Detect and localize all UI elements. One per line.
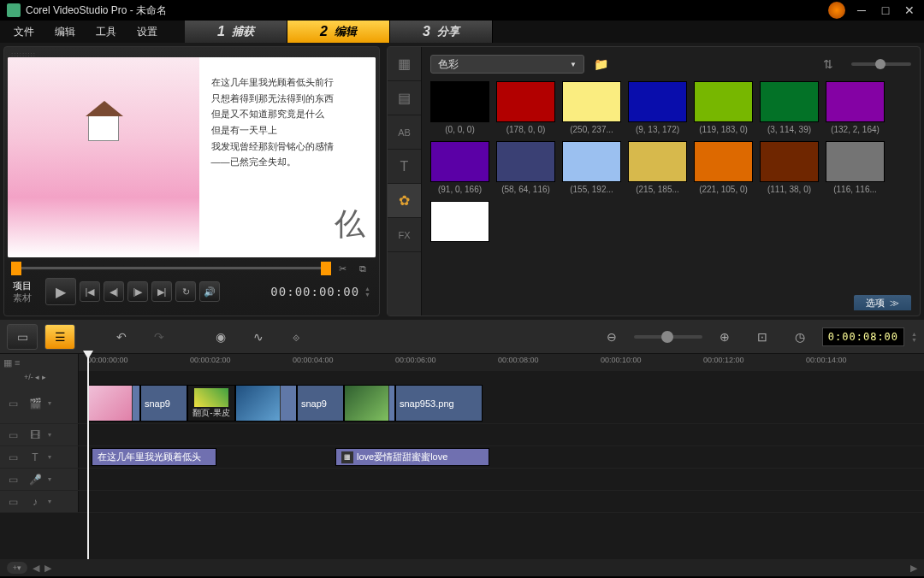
chevron-down-icon[interactable]: ▾ <box>48 498 51 505</box>
audio-mixer-button[interactable]: ∿ <box>243 324 274 350</box>
tc-spinner[interactable]: ▲▼ <box>911 331 917 343</box>
menu-tools[interactable]: 工具 <box>86 21 127 43</box>
zoom-out-button[interactable]: ⊖ <box>596 324 627 350</box>
scrub-slider[interactable] <box>13 267 329 270</box>
video-clip[interactable]: snap9 <box>297 385 344 422</box>
drag-handle-icon[interactable]: ::::::::: <box>8 50 376 57</box>
color-swatch[interactable] <box>430 201 489 245</box>
chevron-down-icon[interactable]: ▾ <box>48 399 51 407</box>
sort-icon[interactable]: ⇅ <box>819 55 838 74</box>
overlay-track[interactable] <box>79 424 924 445</box>
scroll-right-end-icon[interactable]: ▶ <box>910 563 917 574</box>
fit-project-button[interactable]: ⊡ <box>747 324 778 350</box>
auto-music-button[interactable]: ⟐ <box>281 324 311 350</box>
color-swatch[interactable]: (111, 38, 0) <box>760 141 819 194</box>
video-clip[interactable]: snap9 <box>140 385 187 422</box>
record-button[interactable]: ◉ <box>205 324 236 350</box>
preview-video[interactable]: 在这几年里我光顾着低头前行 只想着得到那无法得到的东西 但是又不知道那究竟是什么… <box>8 57 376 257</box>
music-track-head[interactable]: ▭ ♪ ▾ <box>0 491 79 512</box>
view-icon[interactable]: ▦ <box>3 357 12 369</box>
project-duration-icon[interactable]: ◷ <box>785 324 815 350</box>
category-dropdown[interactable]: 色彩 ▼ <box>430 55 584 74</box>
color-swatch[interactable]: (91, 0, 166) <box>430 141 489 194</box>
corel-logo-icon[interactable] <box>828 2 845 19</box>
zoom-slider[interactable] <box>634 335 702 339</box>
cut-icon[interactable]: ✂ <box>335 261 350 276</box>
folder-icon[interactable]: 📁 <box>591 55 610 74</box>
color-swatch[interactable]: (116, 116... <box>826 141 885 194</box>
menu-edit[interactable]: 编辑 <box>44 21 86 43</box>
step-edit[interactable]: 2编辑 <box>287 21 390 43</box>
video-clip[interactable] <box>344 385 395 422</box>
mark-in-handle[interactable] <box>11 262 21 275</box>
volume-button[interactable]: 🔊 <box>199 281 220 302</box>
chevron-down-icon[interactable]: ▾ <box>48 431 51 439</box>
tab-media-icon[interactable]: ▦ <box>388 47 421 81</box>
color-swatch[interactable]: (58, 64, 116) <box>496 141 555 194</box>
color-swatch[interactable]: (221, 105, 0) <box>694 141 753 194</box>
minimize-button[interactable]: ─ <box>854 4 869 16</box>
tab-transition-icon[interactable]: ▤ <box>388 81 421 115</box>
scroll-right-icon[interactable]: ▶ <box>44 563 51 574</box>
color-swatch[interactable]: (3, 114, 39) <box>760 81 819 134</box>
video-track-head[interactable]: ▭ 🎬 ▾ <box>0 383 79 423</box>
timeline-view-button[interactable]: ☰ <box>44 324 75 350</box>
eye-icon[interactable]: ▭ <box>3 428 22 443</box>
preview-timecode[interactable]: 00:00:00:00 <box>270 285 359 298</box>
transition-clip[interactable]: 翻页-果皮 <box>187 385 235 422</box>
playhead[interactable] <box>87 354 89 559</box>
video-clip[interactable] <box>235 385 297 422</box>
color-swatch[interactable]: (178, 0, 0) <box>496 81 555 134</box>
close-button[interactable]: ✕ <box>902 4 917 16</box>
expand-icon[interactable]: ⧉ <box>355 261 370 276</box>
prev-frame-button[interactable]: ◀| <box>104 281 124 302</box>
go-end-button[interactable]: ▶| <box>151 281 172 302</box>
title-clip[interactable]: 在这几年里我光顾着低头 <box>92 448 216 466</box>
options-button[interactable]: 选项 ≫ <box>854 295 911 310</box>
color-swatch[interactable]: (132, 2, 164) <box>826 81 885 134</box>
video-track[interactable]: snap9 翻页-果皮 snap9 snap953.png <box>79 383 924 423</box>
voice-track-head[interactable]: ▭ 🎤 ▾ <box>0 469 79 490</box>
color-swatch[interactable]: (250, 237... <box>562 81 621 134</box>
tab-text-icon[interactable]: T <box>388 150 421 184</box>
eye-icon[interactable]: ▭ <box>3 450 22 465</box>
color-swatch[interactable]: (155, 192... <box>562 141 621 194</box>
timecode-spinner[interactable]: ▲▼ <box>364 286 370 298</box>
timeline-ruler[interactable]: 00:00:00:0000:00:02:0000:00:04:0000:00:0… <box>79 354 924 371</box>
mode-clip[interactable]: 素材 <box>13 292 42 304</box>
chevron-down-icon[interactable]: ▾ <box>48 453 51 461</box>
mark-out-handle[interactable] <box>321 262 331 275</box>
tab-title-ab-icon[interactable]: AB <box>388 115 421 150</box>
eye-icon[interactable]: ▭ <box>3 472 22 487</box>
music-track[interactable] <box>79 491 924 512</box>
storyboard-view-button[interactable]: ▭ <box>7 324 38 350</box>
eye-icon[interactable]: ▭ <box>3 396 22 411</box>
tab-graphic-icon[interactable]: ✿ <box>388 184 421 218</box>
list-icon[interactable]: ≡ <box>15 357 20 368</box>
video-clip[interactable]: snap953.png <box>395 385 483 422</box>
thumbnail-size-slider[interactable] <box>851 62 911 66</box>
timeline-timecode[interactable]: 0:00:08:00 <box>822 327 904 346</box>
expand-controls[interactable]: +/- ◂ ▸ <box>0 371 79 383</box>
maximize-button[interactable]: □ <box>878 4 893 16</box>
play-button[interactable]: ▶ <box>45 278 76 305</box>
video-clip[interactable] <box>87 385 140 422</box>
tab-filter-icon[interactable]: FX <box>388 218 421 252</box>
overlay-track-head[interactable]: ▭ 🎞 ▾ <box>0 424 79 445</box>
step-capture[interactable]: 1捕获 <box>185 21 287 43</box>
zoom-in-button[interactable]: ⊕ <box>709 324 740 350</box>
title-track[interactable]: 在这几年里我光顾着低头 ▦ love爱情甜甜蜜蜜love <box>79 446 924 468</box>
color-swatch[interactable]: (9, 13, 172) <box>628 81 687 134</box>
title-clip[interactable]: ▦ love爱情甜甜蜜蜜love <box>335 448 489 466</box>
step-share[interactable]: 3分享 <box>390 21 493 43</box>
chevron-down-icon[interactable]: ▾ <box>48 475 51 483</box>
add-track-button[interactable]: +▾ <box>7 562 27 574</box>
repeat-button[interactable]: ↻ <box>175 281 196 302</box>
voice-track[interactable] <box>79 469 924 490</box>
mode-project[interactable]: 项目 <box>13 280 42 292</box>
scroll-left-icon[interactable]: ◀ <box>33 563 39 574</box>
undo-button[interactable]: ↶ <box>106 324 137 350</box>
color-swatch[interactable]: (119, 183, 0) <box>694 81 753 134</box>
title-track-head[interactable]: ▭ T ▾ <box>0 446 79 468</box>
eye-icon[interactable]: ▭ <box>3 494 22 510</box>
